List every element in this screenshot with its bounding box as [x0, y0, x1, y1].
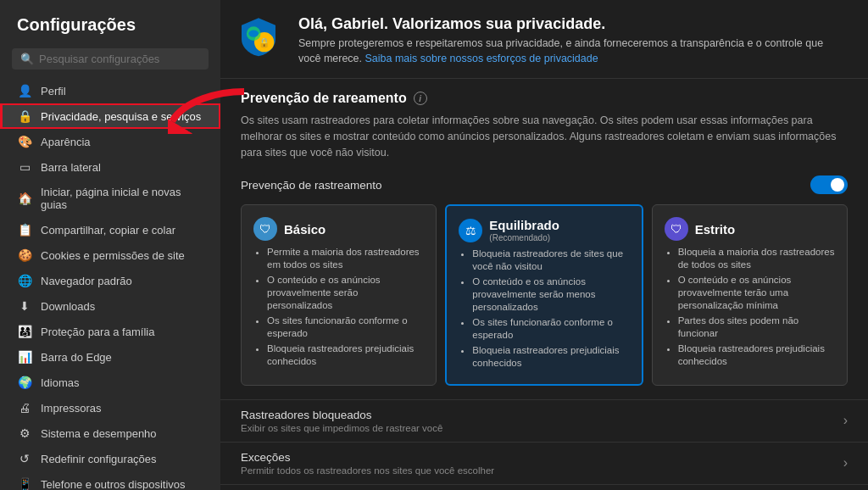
- nav-label-compartilhar: Compartilhar, copiar e colar: [41, 224, 175, 237]
- card-bullet: Bloqueia rastreadores prejudiciais conhe…: [678, 342, 835, 368]
- sidebar-item-impressoras[interactable]: 🖨 Impressoras: [0, 395, 220, 420]
- exceptions-subtitle: Permitir todos os rastreadores nos sites…: [241, 465, 494, 476]
- nav-label-navegador: Navegador padrão: [41, 275, 132, 287]
- welcome-banner: 🔒 Olá, Gabriel. Valorizamos sua privacid…: [220, 0, 868, 79]
- nav-label-perfil: Perfil: [41, 85, 66, 97]
- sidebar-item-idiomas[interactable]: 🌍 Idiomas: [0, 370, 220, 395]
- exceptions-title: Exceções: [241, 451, 494, 464]
- main-content: 🔒 Olá, Gabriel. Valorizamos sua privacid…: [220, 0, 868, 490]
- card-bullet: Partes dos sites podem não funcionar: [678, 315, 835, 340]
- nav-label-redefinir: Redefinir configurações: [41, 453, 157, 465]
- card-bullet: Permite a maioria dos rastreadores em to…: [267, 246, 424, 271]
- card-header-estrito: 🛡 Estrito: [665, 217, 835, 241]
- svg-point-4: [248, 31, 259, 37]
- nav-label-protecao: Proteção para a família: [41, 326, 154, 338]
- card-bullet: Bloqueia a maioria dos rastreadores de t…: [678, 246, 835, 271]
- search-input[interactable]: [39, 53, 200, 65]
- sidebar-item-navegador[interactable]: 🌐 Navegador padrão: [0, 268, 220, 293]
- info-icon[interactable]: i: [414, 92, 427, 105]
- card-recommended-equilibrado: (Recomendado): [489, 233, 559, 242]
- sidebar-item-iniciar[interactable]: 🏠 Iniciar, página inicial e novas guias: [0, 180, 220, 217]
- card-title-equilibrado: Equilibrado: [489, 218, 559, 232]
- blocked-trackers-chevron: ›: [843, 413, 848, 428]
- nav-label-sistema: Sistema e desempenho: [41, 427, 157, 440]
- nav-label-barra-lateral: Barra lateral: [41, 161, 101, 174]
- nav-label-impressoras: Impressoras: [41, 402, 102, 415]
- welcome-title: Olá, Gabriel. Valorizamos sua privacidad…: [298, 15, 848, 33]
- sidebar-item-protecao[interactable]: 👨‍👩‍👧 Proteção para a família: [0, 319, 220, 344]
- nav-icon-barra-edge: 📊: [17, 350, 32, 364]
- privacy-link[interactable]: Saiba mais sobre nossos esforços de priv…: [365, 53, 598, 64]
- sidebar-item-downloads[interactable]: ⬇ Downloads: [0, 293, 220, 319]
- card-title-basico: Básico: [284, 222, 326, 237]
- svg-text:🔒: 🔒: [259, 36, 270, 48]
- card-bullet: Os sites funcionarão conforme o esperado: [472, 316, 629, 342]
- nav-label-downloads: Downloads: [41, 300, 95, 313]
- sidebar-item-barra-lateral[interactable]: ▭ Barra lateral: [0, 154, 220, 180]
- shield-edge-icon: 🔒: [237, 15, 280, 58]
- nav-label-aparencia: Aparência: [41, 136, 91, 148]
- exceptions-chevron: ›: [843, 455, 848, 471]
- nav-icon-redefinir: ↺: [17, 452, 32, 465]
- nav-icon-idiomas: 🌍: [17, 376, 32, 389]
- card-bullet: O conteúdo e os anúncios provavelmente s…: [472, 276, 629, 314]
- card-bullet: Bloqueia rastreadores prejudiciais conhe…: [472, 344, 629, 370]
- card-icon-estrito: 🛡: [665, 217, 688, 241]
- nav-label-iniciar: Iniciar, página inicial e novas guias: [41, 186, 209, 211]
- card-icon-equilibrado: ⚖: [459, 219, 482, 242]
- card-estrito[interactable]: 🛡 Estrito Bloqueia a maioria dos rastrea…: [652, 204, 848, 385]
- sidebar-item-cookies[interactable]: 🍪 Cookies e permissões de site: [0, 242, 220, 268]
- card-bullet: Bloqueia rastreadores prejudiciais conhe…: [267, 342, 424, 368]
- sidebar-search-container: 🔍: [12, 48, 209, 70]
- card-equilibrado[interactable]: ⚖ Equilibrado (Recomendado) Bloqueia ras…: [445, 204, 643, 385]
- card-bullet: O conteúdo e os anúncios provavelmente t…: [678, 274, 835, 312]
- prevention-toggle-row: Prevenção de rastreamento: [220, 169, 868, 204]
- card-basico[interactable]: 🛡 Básico Permite a maioria dos rastreado…: [241, 204, 437, 385]
- sidebar-item-perfil[interactable]: 👤 Perfil: [0, 78, 220, 103]
- welcome-text: Olá, Gabriel. Valorizamos sua privacidad…: [298, 15, 848, 66]
- sidebar-item-sistema[interactable]: ⚙ Sistema e desempenho: [0, 420, 220, 446]
- nav-label-telefone: Telefone e outros dispositivos: [41, 478, 186, 491]
- sidebar-item-telefone[interactable]: 📱 Telefone e outros dispositivos: [0, 471, 220, 490]
- card-bullet: Bloqueia rastreadores de sites que você …: [472, 248, 629, 273]
- nav-label-barra-edge: Barra do Edge: [41, 351, 112, 364]
- nav-icon-privacidade: 🔒: [17, 109, 32, 123]
- nav-icon-iniciar: 🏠: [17, 192, 32, 205]
- card-header-basico: 🛡 Básico: [253, 217, 424, 241]
- nav-icon-barra-lateral: ▭: [17, 160, 32, 174]
- tracking-cards-row: 🛡 Básico Permite a maioria dos rastreado…: [220, 204, 868, 398]
- welcome-description: Sempre protegeremos e respeitaremos sua …: [298, 36, 848, 66]
- nav-icon-impressoras: 🖨: [17, 401, 32, 415]
- nav-icon-cookies: 🍪: [17, 248, 32, 262]
- sidebar-item-barra-edge[interactable]: 📊 Barra do Edge: [0, 344, 220, 370]
- blocked-trackers-subtitle: Exibir os sites que impedimos de rastrea…: [241, 423, 442, 433]
- welcome-icon-area: 🔒: [237, 15, 285, 61]
- nav-label-privacidade: Privacidade, pesquisa e serviços: [41, 110, 201, 123]
- sidebar-item-aparencia[interactable]: 🎨 Aparência: [0, 129, 220, 154]
- nav-icon-aparencia: 🎨: [17, 135, 32, 148]
- card-icon-basico: 🛡: [253, 217, 277, 241]
- sidebar: Configurações 🔍 👤 Perfil 🔒 Privacidade, …: [0, 0, 220, 490]
- section-title-bar: Prevenção de rareamento i: [220, 79, 868, 113]
- section-description: Os sites usam rastreadores para coletar …: [220, 113, 868, 169]
- section-title: Prevenção de rareamento: [241, 91, 407, 106]
- sidebar-item-privacidade[interactable]: 🔒 Privacidade, pesquisa e serviços: [0, 103, 220, 129]
- sidebar-title: Configurações: [0, 0, 220, 43]
- prevention-toggle[interactable]: [810, 175, 848, 194]
- exceptions-row[interactable]: Exceções Permitir todos os rastreadores …: [220, 442, 868, 484]
- prevention-label: Prevenção de rastreamento: [241, 179, 382, 192]
- nav-label-idiomas: Idiomas: [41, 376, 80, 389]
- sidebar-nav: 👤 Perfil 🔒 Privacidade, pesquisa e servi…: [0, 78, 220, 490]
- nav-label-cookies: Cookies e permissões de site: [41, 249, 185, 262]
- sidebar-item-redefinir[interactable]: ↺ Redefinir configurações: [0, 446, 220, 471]
- nav-icon-perfil: 👤: [17, 84, 32, 97]
- card-bullet: O conteúdo e os anúncios provavelmente s…: [267, 274, 424, 312]
- card-bullet: Os sites funcionarão conforme o esperado: [267, 315, 424, 340]
- blocked-trackers-title: Rastreadores bloqueados: [241, 409, 442, 421]
- inprivate-toggle-row: Sempre usar a prevenção de rastreamento …: [220, 484, 868, 490]
- nav-icon-compartilhar: 📋: [17, 223, 32, 237]
- card-bullets-basico: Permite a maioria dos rastreadores em to…: [253, 246, 424, 367]
- nav-icon-sistema: ⚙: [17, 426, 32, 440]
- blocked-trackers-row[interactable]: Rastreadores bloqueados Exibir os sites …: [220, 399, 868, 442]
- sidebar-item-compartilhar[interactable]: 📋 Compartilhar, copiar e colar: [0, 217, 220, 242]
